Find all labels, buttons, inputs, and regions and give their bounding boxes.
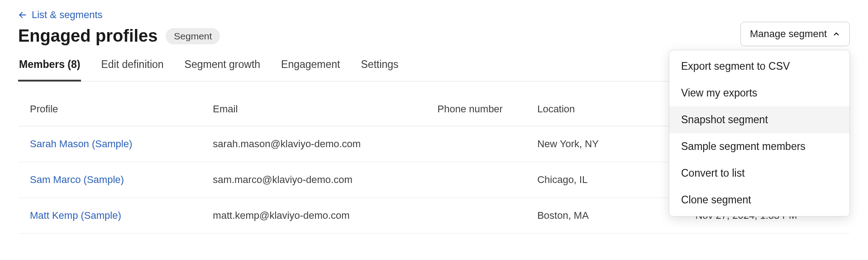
dropdown-item-snapshot-segment[interactable]: Snapshot segment	[669, 106, 849, 133]
dropdown-item-convert-to-list[interactable]: Convert to list	[669, 160, 849, 187]
profile-link[interactable]: Matt Kemp (Sample)	[18, 198, 201, 234]
cell-location: Boston, MA	[525, 198, 683, 234]
page-title: Engaged profiles	[18, 26, 157, 46]
column-header-phone[interactable]: Phone number	[426, 94, 526, 126]
cell-location: New York, NY	[525, 126, 683, 162]
cell-email: matt.kemp@klaviyo-demo.com	[201, 198, 425, 234]
tab-members[interactable]: Members (8)	[18, 55, 81, 82]
dropdown-item-view-exports[interactable]: View my exports	[669, 80, 849, 106]
cell-email: sarah.mason@klaviyo-demo.com	[201, 126, 425, 162]
cell-phone	[426, 198, 526, 234]
tab-engagement[interactable]: Engagement	[280, 55, 341, 81]
arrow-left-icon	[18, 10, 27, 19]
cell-phone	[426, 126, 526, 162]
manage-segment-label: Manage segment	[750, 28, 827, 40]
column-header-profile[interactable]: Profile	[18, 94, 201, 126]
column-header-location[interactable]: Location	[525, 94, 683, 126]
profile-link[interactable]: Sam Marco (Sample)	[18, 162, 201, 198]
cell-phone	[426, 162, 526, 198]
dropdown-item-sample-members[interactable]: Sample segment members	[669, 133, 849, 160]
breadcrumb[interactable]: List & segments	[18, 9, 850, 21]
cell-email: sam.marco@klaviyo-demo.com	[201, 162, 425, 198]
chevron-up-icon	[832, 30, 840, 38]
manage-segment-dropdown: Export segment to CSV View my exports Sn…	[669, 50, 850, 217]
tab-segment-growth[interactable]: Segment growth	[184, 55, 261, 81]
segment-badge: Segment	[166, 28, 220, 44]
tab-edit-definition[interactable]: Edit definition	[100, 55, 164, 81]
breadcrumb-label: List & segments	[32, 9, 103, 21]
column-header-email[interactable]: Email	[201, 94, 425, 126]
dropdown-item-clone-segment[interactable]: Clone segment	[669, 187, 849, 213]
manage-segment-button[interactable]: Manage segment	[740, 22, 850, 46]
tab-settings[interactable]: Settings	[360, 55, 400, 81]
profile-link[interactable]: Sarah Mason (Sample)	[18, 126, 201, 162]
cell-location: Chicago, IL	[525, 162, 683, 198]
dropdown-item-export-csv[interactable]: Export segment to CSV	[669, 53, 849, 80]
